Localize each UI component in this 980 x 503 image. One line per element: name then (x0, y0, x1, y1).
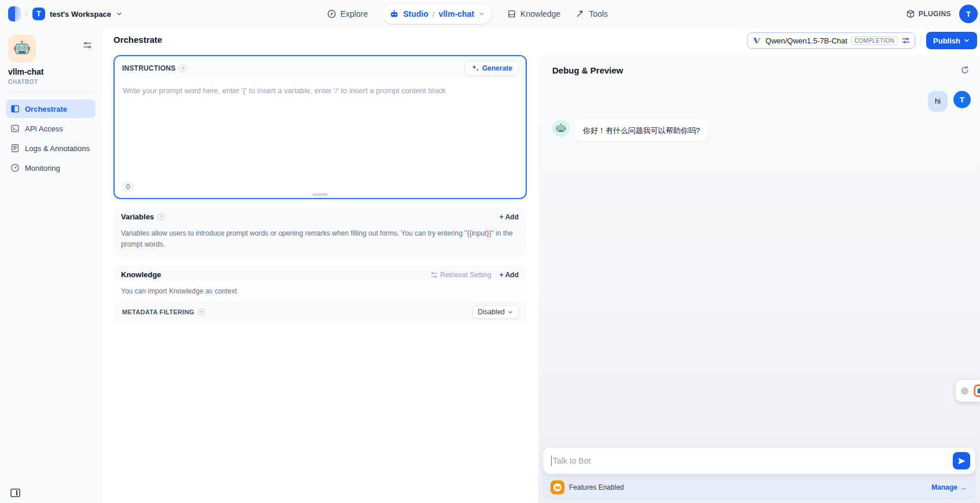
nav-studio-pill[interactable]: Studio / vllm-chat (383, 4, 492, 24)
metadata-filtering-select[interactable]: Disabled (472, 305, 519, 319)
brand-separator: / (25, 9, 28, 19)
add-knowledge-button[interactable]: + Add (500, 271, 519, 279)
sidebar-item-label: API Access (25, 124, 63, 133)
plus-icon: + (500, 271, 504, 279)
debug-preview-title: Debug & Preview (552, 65, 623, 75)
nav-knowledge-label: Knowledge (520, 9, 560, 19)
user-avatar[interactable]: T (959, 5, 978, 23)
workspace-name[interactable]: test's Workspace (50, 10, 111, 19)
gray-dot-icon[interactable] (961, 387, 968, 395)
app-name: vllm-chat (8, 67, 93, 76)
nav-app-name: vllm-chat (439, 9, 474, 19)
monitoring-icon (10, 163, 20, 172)
send-button[interactable] (953, 452, 970, 469)
publish-button[interactable]: Publish (926, 32, 977, 49)
publish-label: Publish (933, 36, 960, 45)
floating-extension-widget[interactable] (956, 380, 980, 402)
variables-description: Variables allow users to introduce promp… (113, 223, 527, 257)
user-chat-avatar: T (953, 91, 971, 108)
dify-logo[interactable] (8, 6, 21, 21)
chevron-down-icon[interactable] (116, 10, 123, 17)
nav-studio-label: Studio (403, 9, 428, 19)
chat-input[interactable] (553, 456, 953, 465)
nav-explore[interactable]: Explore (327, 9, 368, 19)
plugins-button[interactable]: PLUGINS (906, 9, 951, 19)
nav-knowledge[interactable]: Knowledge (507, 9, 560, 19)
bot-chat-avatar (552, 120, 570, 137)
chevron-down-icon (507, 309, 513, 315)
chevron-down-icon[interactable] (478, 10, 485, 17)
top-header: / T test's Workspace Explore Studio / vl… (0, 0, 980, 28)
generate-button[interactable]: Generate (465, 61, 519, 76)
sidebar-divider (8, 92, 93, 93)
config-column: INSTRUCTIONS Generate 0 Variables + Add (113, 55, 527, 323)
robot-icon (390, 9, 399, 19)
extension-icon[interactable] (974, 384, 980, 397)
plugins-label: PLUGINS (919, 10, 951, 18)
retrieval-setting-button[interactable]: Retrieval Setting (431, 271, 491, 279)
logs-icon (10, 144, 20, 153)
sidebar-item-monitoring[interactable]: Monitoring (6, 159, 96, 177)
sidebar-item-orchestrate[interactable]: Orchestrate (6, 100, 96, 118)
nav-tools-label: Tools (589, 9, 608, 19)
manage-features-link[interactable]: Manage → (931, 483, 967, 491)
sidebar-item-api-access[interactable]: API Access (6, 119, 96, 138)
robot-app-icon (13, 39, 31, 58)
retrieval-setting-icon (431, 271, 438, 278)
metadata-filtering-value: Disabled (478, 308, 505, 316)
nav-explore-label: Explore (340, 9, 368, 19)
assistant-message-bubble: 你好！有什么问题我可以帮助你吗? (575, 120, 707, 142)
app-type-label: CHATBOT (8, 79, 93, 85)
sidebar-item-label: Monitoring (25, 164, 60, 172)
restart-conversation-icon[interactable] (959, 64, 971, 76)
instructions-panel: INSTRUCTIONS Generate 0 (113, 55, 527, 199)
metadata-filtering-title: METADATA FILTERING (122, 309, 194, 315)
generate-label: Generate (482, 64, 512, 72)
collapse-sidebar-icon[interactable] (10, 489, 20, 497)
tools-icon (575, 9, 585, 19)
char-count: 0 (122, 182, 134, 192)
orchestrate-icon (10, 104, 20, 113)
sidebar-menu: Orchestrate API Access Logs & Annotation… (0, 100, 101, 177)
help-icon[interactable] (157, 213, 165, 221)
model-selector[interactable]: Qwen/Qwen1.5-7B-Chat COMPLETION (747, 32, 915, 49)
app-settings-icon[interactable] (83, 41, 92, 50)
nav-separator: / (432, 10, 435, 19)
plus-icon: + (500, 213, 504, 221)
arrow-right-icon: → (960, 483, 967, 491)
debug-preview-panel: Debug & Preview hi T 你好！有什么问题我可以帮助你吗? (538, 55, 980, 503)
retrieval-setting-label: Retrieval Setting (441, 271, 491, 279)
explore-icon (327, 9, 336, 19)
nav-tools[interactable]: Tools (575, 9, 608, 19)
text-cursor (551, 456, 552, 466)
features-enabled-label: Features Enabled (569, 483, 624, 491)
metadata-filtering-row: METADATA FILTERING Disabled (113, 302, 527, 323)
sparkles-icon (471, 64, 479, 72)
page-title: Orchestrate (113, 35, 162, 45)
instructions-input[interactable] (115, 79, 526, 181)
help-icon[interactable] (198, 309, 205, 316)
main-nav: Explore Studio / vllm-chat Knowledge Too… (327, 0, 608, 28)
knowledge-panel: Knowledge Retrieval Setting + Add You ca… (113, 265, 527, 323)
api-access-icon (10, 124, 20, 133)
add-variable-button[interactable]: + Add (500, 213, 519, 221)
sidebar-item-label: Logs & Annotations (25, 144, 90, 153)
knowledge-icon (507, 9, 516, 19)
app-icon[interactable] (8, 35, 36, 63)
workspace-chip[interactable]: T (32, 8, 45, 20)
manage-label: Manage (931, 483, 957, 491)
features-icon (550, 480, 564, 494)
add-knowledge-label: Add (505, 271, 519, 279)
sidebar-item-label: Orchestrate (25, 105, 67, 113)
add-variable-label: Add (505, 213, 519, 221)
knowledge-description: You can import Knowledge as context (113, 281, 527, 302)
instructions-title: INSTRUCTIONS (122, 64, 175, 72)
model-tune-icon[interactable] (901, 36, 911, 45)
chat-message-user: hi T (552, 91, 971, 112)
resize-handle[interactable] (313, 193, 328, 196)
help-icon[interactable] (179, 65, 186, 72)
chat-message-list: hi T 你好！有什么问题我可以帮助你吗? (538, 76, 980, 141)
sidebar-item-logs-annotations[interactable]: Logs & Annotations (6, 139, 96, 157)
instructions-header: INSTRUCTIONS Generate (115, 56, 526, 79)
robot-avatar-icon (555, 123, 567, 134)
